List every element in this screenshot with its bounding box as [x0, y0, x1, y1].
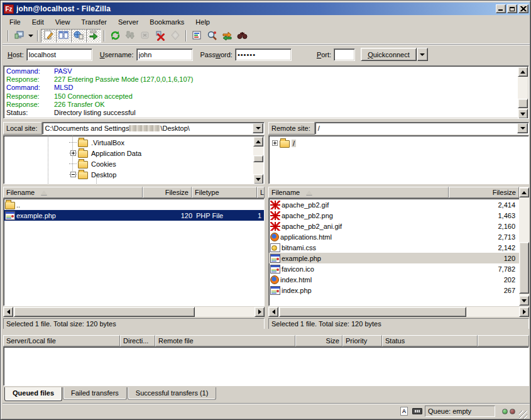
- process-queue-button[interactable]: [123, 29, 138, 43]
- scroll-thumb[interactable]: [14, 307, 195, 317]
- scroll-thumb[interactable]: [253, 155, 263, 162]
- scroll-thumb[interactable]: [519, 242, 529, 294]
- local-list-hscrollbar[interactable]: [3, 307, 265, 317]
- remote-file-row[interactable]: apache_pb2.png 1,463: [269, 210, 519, 221]
- menu-help[interactable]: Help: [190, 16, 216, 28]
- menu-view[interactable]: View: [50, 16, 76, 28]
- expand-icon[interactable]: [272, 140, 278, 146]
- remote-file-row[interactable]: favicon.ico 7,782: [269, 263, 519, 274]
- remote-file-row[interactable]: example.php 120: [269, 253, 519, 263]
- column-filename[interactable]: Filename: [3, 187, 143, 198]
- scroll-thumb[interactable]: [518, 99, 528, 108]
- scroll-thumb[interactable]: [279, 307, 466, 317]
- menu-bookmarks[interactable]: Bookmarks: [144, 16, 190, 28]
- cancel-operation-button[interactable]: [138, 29, 153, 43]
- scroll-up-button[interactable]: [519, 187, 529, 197]
- tab-successful-transfers[interactable]: Successful transfers (1): [128, 387, 217, 400]
- quickconnect-dropdown-button[interactable]: [417, 48, 428, 61]
- remote-site-dropdown-button[interactable]: [517, 123, 528, 133]
- remote-file-row[interactable]: applications.html 2,713: [269, 231, 519, 242]
- column-size[interactable]: Size: [295, 335, 342, 346]
- transfer-type-indicator-icon[interactable]: A: [398, 406, 410, 416]
- password-input[interactable]: [235, 48, 292, 61]
- menu-server[interactable]: Server: [112, 16, 144, 28]
- scroll-down-button[interactable]: [519, 296, 529, 306]
- remote-file-row[interactable]: index.html 202: [269, 274, 519, 285]
- tree-item-label[interactable]: /: [292, 140, 296, 147]
- tree-item[interactable]: Cookies: [4, 158, 264, 169]
- expand-icon[interactable]: [70, 172, 76, 177]
- remote-file-row[interactable]: index.php 267: [269, 285, 519, 296]
- column-filesize[interactable]: Filesize: [143, 187, 192, 198]
- maximize-button[interactable]: [507, 4, 517, 13]
- scroll-left-button[interactable]: [3, 307, 13, 317]
- horizontal-splitter[interactable]: [3, 329, 530, 335]
- tree-item[interactable]: Application Data: [4, 148, 264, 158]
- scroll-right-button[interactable]: [519, 307, 529, 317]
- scroll-down-button[interactable]: [253, 174, 263, 184]
- toggle-message-log-button[interactable]: [41, 29, 56, 43]
- menu-transfer[interactable]: Transfer: [75, 16, 112, 28]
- toggle-transfer-queue-button[interactable]: [86, 29, 101, 43]
- username-input[interactable]: [136, 48, 193, 61]
- remote-site-combo[interactable]: /: [315, 122, 529, 135]
- host-input[interactable]: [26, 48, 92, 61]
- local-tree-scrollbar[interactable]: [253, 136, 263, 184]
- local-site-dropdown-button[interactable]: [253, 123, 263, 133]
- quickconnect-button[interactable]: Quickconnect: [361, 48, 417, 61]
- synchronized-browsing-button[interactable]: [219, 29, 234, 43]
- close-icon: [520, 6, 527, 11]
- site-manager-button[interactable]: [11, 29, 26, 43]
- remote-list-scrollbar[interactable]: [519, 187, 529, 306]
- scroll-up-button[interactable]: [253, 136, 263, 146]
- scroll-down-icon: [520, 113, 525, 116]
- remote-file-row[interactable]: apache_pb2_ani.gif 2,160: [269, 221, 519, 231]
- scroll-up-button[interactable]: [518, 67, 528, 77]
- scroll-down-button[interactable]: [518, 109, 528, 119]
- port-input[interactable]: [334, 48, 355, 61]
- tab-queued-files[interactable]: Queued files: [4, 387, 62, 401]
- toggle-local-tree-button[interactable]: [56, 29, 71, 43]
- local-site-bar: Local site: C:\Documents and Settings\De…: [3, 122, 265, 135]
- find-files-button[interactable]: [234, 29, 249, 43]
- column-filesize[interactable]: Filesize: [449, 187, 519, 198]
- local-site-combo[interactable]: C:\Documents and Settings\Desktop\: [42, 122, 265, 135]
- column-status[interactable]: Status: [382, 335, 478, 346]
- directory-comparison-button[interactable]: [204, 29, 219, 43]
- tab-failed-transfers[interactable]: Failed transfers: [63, 387, 127, 400]
- column-remote-file[interactable]: Remote file: [155, 335, 295, 346]
- reconnect-button[interactable]: [168, 29, 183, 43]
- toggle-remote-tree-button[interactable]: [71, 29, 86, 43]
- tree-item-root[interactable]: /: [269, 138, 528, 148]
- filter-button[interactable]: [189, 29, 204, 43]
- menu-file[interactable]: File: [4, 16, 26, 28]
- resize-grip[interactable]: [519, 411, 527, 419]
- local-file-row[interactable]: example.php 120 PHP File 1: [4, 210, 264, 221]
- disconnect-button[interactable]: [153, 29, 168, 43]
- column-filetype[interactable]: Filetype: [192, 187, 257, 198]
- scroll-left-button[interactable]: [268, 307, 278, 317]
- tree-item[interactable]: .VirtualBox: [4, 137, 264, 148]
- column-server-local-file[interactable]: Server/Local file: [3, 335, 120, 346]
- vertical-splitter[interactable]: [265, 122, 268, 329]
- remote-file-row[interactable]: apache_pb2.gif 2,414: [269, 199, 519, 210]
- scroll-right-button[interactable]: [255, 307, 265, 317]
- log-line: Response:227 Entering Passive Mode (127,…: [6, 75, 517, 84]
- menu-edit[interactable]: Edit: [26, 16, 50, 28]
- remote-file-row[interactable]: bitnami.css 2,142: [269, 242, 519, 253]
- site-manager-dropdown-button[interactable]: [26, 29, 35, 43]
- column-direction[interactable]: Directi...: [120, 335, 155, 346]
- column-filename[interactable]: Filename: [268, 187, 449, 198]
- message-log-scrollbar[interactable]: [518, 67, 528, 119]
- remote-list-hscrollbar[interactable]: [268, 307, 529, 317]
- local-file-row-up[interactable]: ..: [4, 199, 264, 210]
- refresh-button[interactable]: [107, 29, 123, 43]
- column-priority[interactable]: Priority: [342, 335, 382, 346]
- tree-item-label: Application Data: [90, 150, 143, 157]
- minimize-button[interactable]: [496, 4, 506, 13]
- expand-icon[interactable]: [70, 150, 76, 156]
- tree-item[interactable]: Desktop: [4, 169, 264, 180]
- speed-limits-icon[interactable]: [412, 406, 423, 416]
- column-lastmodified[interactable]: L: [257, 187, 265, 198]
- close-button[interactable]: [518, 4, 528, 13]
